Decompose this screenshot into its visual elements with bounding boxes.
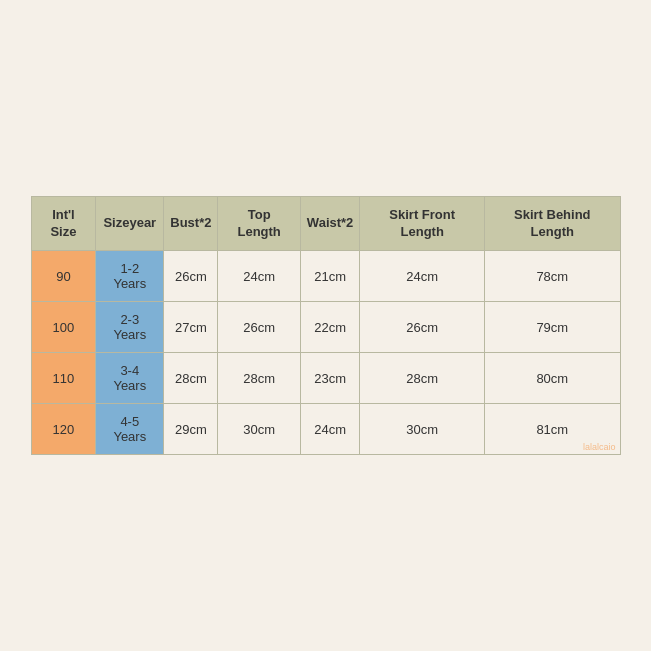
table-row: 901-2 Years26cm24cm21cm24cm78cm	[31, 251, 620, 302]
cell-waist: 22cm	[300, 302, 359, 353]
table-row: 1002-3 Years27cm26cm22cm26cm79cm	[31, 302, 620, 353]
cell-waist: 23cm	[300, 353, 359, 404]
cell-skirt-front: 26cm	[360, 302, 485, 353]
header-skirt-behind: Skirt Behind Length	[485, 196, 620, 251]
cell-intl-size: 100	[31, 302, 96, 353]
cell-bust: 26cm	[164, 251, 218, 302]
cell-sizeyear: 2-3 Years	[96, 302, 164, 353]
cell-top-length: 26cm	[218, 302, 300, 353]
cell-top-length: 30cm	[218, 404, 300, 455]
cell-bust: 29cm	[164, 404, 218, 455]
cell-skirt-behind: 79cm	[485, 302, 620, 353]
cell-intl-size: 110	[31, 353, 96, 404]
cell-intl-size: 90	[31, 251, 96, 302]
cell-skirt-front: 24cm	[360, 251, 485, 302]
cell-top-length: 24cm	[218, 251, 300, 302]
cell-intl-size: 120	[31, 404, 96, 455]
cell-waist: 24cm	[300, 404, 359, 455]
header-bust: Bust*2	[164, 196, 218, 251]
cell-skirt-front: 28cm	[360, 353, 485, 404]
cell-sizeyear: 1-2 Years	[96, 251, 164, 302]
cell-skirt-behind: 80cm	[485, 353, 620, 404]
cell-sizeyear: 4-5 Years	[96, 404, 164, 455]
cell-sizeyear: 3-4 Years	[96, 353, 164, 404]
header-sizeyear: Sizeyear	[96, 196, 164, 251]
header-intl-size: Int'l Size	[31, 196, 96, 251]
header-skirt-front: Skirt Front Length	[360, 196, 485, 251]
size-chart: Int'l Size Sizeyear Bust*2 Top Length Wa…	[31, 196, 621, 456]
cell-skirt-front: 30cm	[360, 404, 485, 455]
cell-bust: 27cm	[164, 302, 218, 353]
table-row: 1204-5 Years29cm30cm24cm30cm81cmlalalcai…	[31, 404, 620, 455]
header-waist: Waist*2	[300, 196, 359, 251]
cell-skirt-behind: 81cmlalalcaio	[485, 404, 620, 455]
cell-bust: 28cm	[164, 353, 218, 404]
cell-waist: 21cm	[300, 251, 359, 302]
header-top-length: Top Length	[218, 196, 300, 251]
cell-top-length: 28cm	[218, 353, 300, 404]
table-row: 1103-4 Years28cm28cm23cm28cm80cm	[31, 353, 620, 404]
cell-skirt-behind: 78cm	[485, 251, 620, 302]
size-table: Int'l Size Sizeyear Bust*2 Top Length Wa…	[31, 196, 621, 456]
